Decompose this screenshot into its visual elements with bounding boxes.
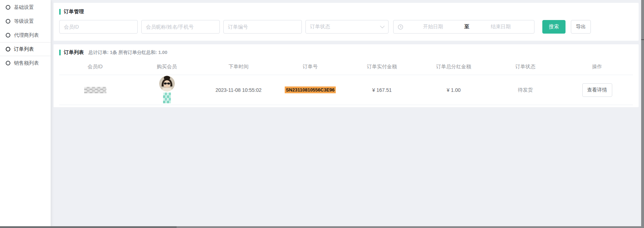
cell-actions: 查看详情 [561, 83, 633, 97]
highlighted-order-no: SN23110810556C3E96 [285, 86, 336, 93]
circle-outline-icon [6, 19, 10, 24]
search-button[interactable]: 搜索 [542, 20, 566, 34]
order-management-card: 订单管理 订单状态 开始日期 至 结束日期 [54, 3, 639, 41]
horizontal-scrollbar-thumb[interactable] [0, 226, 177, 228]
column-header-actions: 操作 [561, 58, 633, 75]
view-detail-button[interactable]: 查看详情 [582, 83, 612, 97]
start-date-placeholder: 开始日期 [404, 24, 462, 30]
cell-member-id [59, 87, 131, 93]
vertical-scrollbar[interactable] [641, 0, 644, 228]
column-header-paid-amount: 订单实付金额 [346, 58, 418, 75]
order-status-select[interactable]: 订单状态 [305, 20, 389, 34]
avatar [159, 76, 175, 91]
order-management-header: 订单管理 [59, 9, 633, 15]
vertical-scrollbar-notch [641, 39, 644, 40]
clock-icon [398, 24, 403, 30]
cell-buyer [131, 75, 203, 105]
date-range-picker[interactable]: 开始日期 至 结束日期 [393, 20, 534, 34]
circle-outline-icon [6, 33, 10, 38]
circle-outline-icon [6, 5, 10, 10]
column-header-buyer: 购买会员 [131, 58, 203, 75]
cell-dividend-amount: ¥ 1.00 [418, 87, 490, 93]
sidebar-item-label: 销售额列表 [14, 60, 39, 66]
section-accent-bar [59, 9, 61, 15]
member-id-input[interactable] [59, 20, 138, 34]
section-title: 订单列表 [64, 49, 84, 56]
section-accent-bar [59, 50, 61, 55]
order-list-card: 订单列表 总计订单: 1条 所有订单分红总和: 1.00 会员ID 购买会员 下… [54, 44, 639, 107]
chevron-down-icon [380, 24, 385, 28]
sidebar-item-label: 代理商列表 [14, 32, 39, 39]
redacted-member-name [163, 93, 171, 103]
cell-order-status: 待发货 [490, 87, 561, 93]
cell-order-time: 2023-11-08 10:55:02 [203, 87, 274, 93]
column-header-dividend-amount: 订单总分红金额 [418, 58, 490, 75]
circle-outline-icon [6, 47, 10, 51]
app-root: 基础设置 等级设置 代理商列表 订单列表 销售额列表 订单管理 [0, 0, 644, 228]
column-header-order-time: 下单时间 [203, 58, 274, 75]
end-date-placeholder: 结束日期 [472, 24, 530, 30]
cell-paid-amount: ¥ 167.51 [346, 87, 418, 93]
member-name-input[interactable] [141, 20, 220, 34]
order-status-placeholder: 订单状态 [310, 24, 330, 30]
table-row: 2023-11-08 10:55:02 SN23110810556C3E96 ¥… [59, 75, 633, 105]
cell-order-no: SN23110810556C3E96 [274, 86, 346, 93]
column-header-order-status: 订单状态 [490, 58, 561, 75]
sidebar: 基础设置 等级设置 代理商列表 订单列表 销售额列表 [0, 0, 51, 228]
section-title: 订单管理 [64, 9, 84, 15]
sidebar-item-level-settings[interactable]: 等级设置 [0, 14, 51, 28]
order-list-header: 订单列表 总计订单: 1条 所有订单分红总和: 1.00 [59, 49, 633, 56]
orders-table: 会员ID 购买会员 下单时间 订单号 订单实付金额 订单总分红金额 订单状态 操… [59, 58, 633, 105]
export-button[interactable]: 导出 [571, 20, 591, 34]
sidebar-item-sales-list[interactable]: 销售额列表 [0, 56, 51, 70]
sidebar-item-agent-list[interactable]: 代理商列表 [0, 28, 51, 42]
sidebar-item-basic-settings[interactable]: 基础设置 [0, 0, 51, 14]
circle-outline-icon [6, 61, 10, 65]
column-header-order-no: 订单号 [274, 58, 346, 75]
filter-bar: 订单状态 开始日期 至 结束日期 搜索 导出 [59, 20, 633, 34]
sidebar-item-label: 订单列表 [14, 46, 34, 53]
main-content: 订单管理 订单状态 开始日期 至 结束日期 [51, 0, 644, 228]
sidebar-item-label: 等级设置 [14, 18, 34, 25]
order-no-input[interactable] [223, 20, 302, 34]
redacted-member-id [84, 87, 106, 93]
order-list-summary: 总计订单: 1条 所有订单分红总和: 1.00 [88, 49, 167, 56]
column-header-member-id: 会员ID [59, 58, 131, 75]
date-separator: 至 [462, 24, 472, 30]
horizontal-scrollbar[interactable] [0, 226, 644, 228]
table-header-row: 会员ID 购买会员 下单时间 订单号 订单实付金额 订单总分红金额 订单状态 操… [59, 58, 633, 75]
sidebar-item-order-list[interactable]: 订单列表 [0, 42, 51, 56]
sidebar-item-label: 基础设置 [14, 4, 34, 11]
